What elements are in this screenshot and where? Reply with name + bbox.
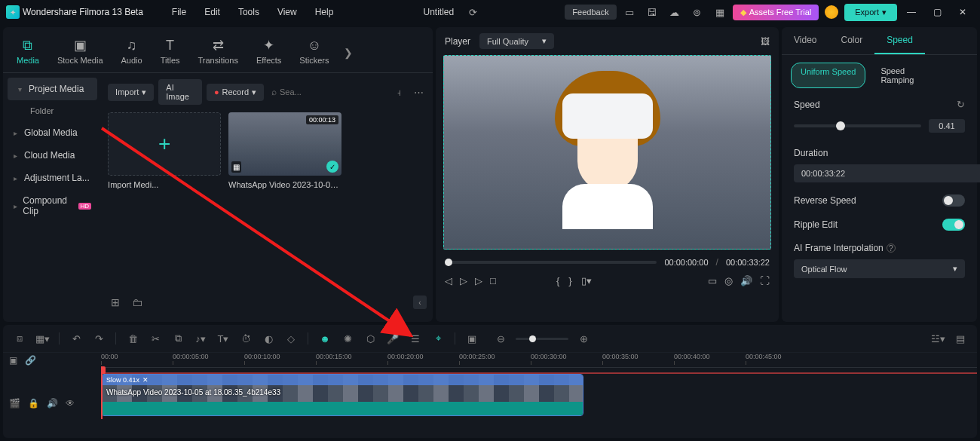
enhance-icon[interactable]: ✺: [338, 329, 357, 348]
visibility-icon[interactable]: 👁: [66, 398, 75, 409]
close-button[interactable]: ✕: [951, 2, 974, 22]
speed-value[interactable]: 0.41: [929, 119, 965, 133]
stop-icon[interactable]: □: [490, 275, 496, 286]
import-button[interactable]: Import▾: [108, 84, 154, 101]
export-button[interactable]: Export▾: [844, 4, 897, 21]
prev-frame-icon[interactable]: ◁: [445, 275, 452, 286]
sidebar-compound-clip[interactable]: ▸Compound ClipHD: [3, 189, 102, 222]
tab-color[interactable]: Color: [828, 27, 874, 54]
device-icon[interactable]: ▭: [620, 2, 639, 22]
text-icon[interactable]: T▾: [214, 329, 232, 348]
color-icon[interactable]: ◐: [259, 329, 277, 348]
menu-view[interactable]: View: [270, 4, 305, 20]
apps-icon[interactable]: ▦: [710, 2, 730, 22]
ai-icon[interactable]: ☻: [316, 329, 334, 348]
volume-icon[interactable]: 🔊: [740, 275, 752, 286]
preview-video[interactable]: [443, 55, 771, 250]
quality-select[interactable]: Full Quality▾: [479, 33, 554, 49]
speed-icon[interactable]: ⏱: [237, 329, 255, 348]
tab-media[interactable]: ⧉Media: [9, 33, 47, 72]
timeline-clip[interactable]: Slow 0.41x✕ WhatsApp Video 2023-10-05 at…: [101, 374, 583, 416]
sidebar-folder[interactable]: Folder: [3, 100, 102, 121]
ai-frame-select[interactable]: Optical Flow▾: [794, 259, 965, 278]
menu-edit[interactable]: Edit: [197, 4, 228, 20]
fullscreen-icon[interactable]: ⛶: [760, 275, 770, 286]
subtab-uniform-speed[interactable]: Uniform Speed: [791, 63, 865, 88]
headphones-icon[interactable]: ⊚: [688, 2, 707, 22]
zoom-out-icon[interactable]: ⊖: [492, 329, 510, 348]
mask-icon[interactable]: ⬡: [361, 329, 379, 348]
picture-icon[interactable]: 🖼: [761, 36, 770, 47]
timeline-ruler[interactable]: 00:00 00:00:05:00 00:00:10:00 00:00:15:0…: [101, 353, 977, 368]
play-alt-icon[interactable]: ▷: [460, 275, 467, 286]
playhead[interactable]: [101, 366, 103, 419]
tab-video[interactable]: Video: [782, 27, 828, 54]
layers-icon[interactable]: ⧈: [11, 329, 29, 348]
voice-icon[interactable]: 🎤: [384, 329, 402, 348]
track-menu-icon[interactable]: ▣: [9, 355, 17, 366]
tab-audio[interactable]: ♫Audio: [114, 33, 150, 72]
menu-tools[interactable]: Tools: [231, 4, 267, 20]
profile-icon[interactable]: [822, 2, 841, 22]
sync-icon[interactable]: ⟳: [463, 2, 482, 22]
scrub-bar[interactable]: [445, 261, 657, 264]
ai-image-button[interactable]: AI Image: [158, 79, 202, 105]
music-icon[interactable]: ♪▾: [191, 329, 210, 348]
ripple-toggle[interactable]: [942, 219, 965, 231]
assets-trial-button[interactable]: ◆Assets Free Trial: [733, 5, 819, 20]
duration-input[interactable]: 00:00:33:22: [794, 164, 980, 182]
record-button[interactable]: ●Record▾: [207, 84, 264, 101]
ratio-icon[interactable]: ▯▾: [581, 275, 592, 286]
sidebar-adjustment-layer[interactable]: ▸Adjustment La...: [3, 167, 102, 189]
video-track-icon[interactable]: 🎬: [9, 398, 20, 409]
new-folder-icon[interactable]: ⊞: [108, 293, 123, 311]
sidebar-global-media[interactable]: ▸Global Media: [3, 121, 102, 144]
sidebar-project-media[interactable]: ▾Project Media: [8, 78, 97, 100]
feedback-button[interactable]: Feedback: [565, 5, 616, 20]
redo-icon[interactable]: ↷: [90, 329, 108, 348]
mute-icon[interactable]: 🔊: [47, 398, 58, 409]
lock-icon[interactable]: 🔒: [28, 398, 39, 409]
tab-stickers[interactable]: ☺Stickers: [292, 33, 336, 72]
list-icon[interactable]: ☳▾: [929, 329, 947, 348]
tab-speed[interactable]: Speed: [874, 27, 925, 54]
media-clip-card[interactable]: 00:00:13 ▦ ✓ WhatsApp Video 2023-10-05..…: [228, 112, 341, 189]
mark-in-icon[interactable]: {: [556, 275, 559, 286]
snapshot-icon[interactable]: ◎: [724, 275, 733, 286]
maximize-button[interactable]: ▢: [926, 2, 948, 22]
reverse-toggle[interactable]: [942, 194, 965, 207]
more-icon[interactable]: ⋯: [412, 83, 427, 101]
collapse-button[interactable]: ‹: [413, 296, 427, 309]
tab-titles[interactable]: TTitles: [153, 33, 188, 72]
settings-icon[interactable]: ▤: [951, 329, 969, 348]
undo-icon[interactable]: ↶: [67, 329, 85, 348]
cloud-icon[interactable]: ☁: [665, 2, 684, 22]
menu-file[interactable]: File: [164, 4, 194, 20]
subtab-speed-ramping[interactable]: Speed Ramping: [871, 63, 932, 88]
tab-transitions[interactable]: ⇄Transitions: [191, 33, 246, 72]
search-box[interactable]: ⌕: [268, 84, 387, 100]
subtitle-icon[interactable]: ☰: [406, 329, 424, 348]
keyframe-icon[interactable]: ◇: [282, 329, 300, 348]
search-input[interactable]: [280, 87, 384, 96]
folder-icon[interactable]: 🗀: [129, 293, 145, 311]
zoom-in-icon[interactable]: ⊕: [574, 329, 593, 348]
reset-icon[interactable]: ↻: [957, 99, 965, 110]
marker-icon[interactable]: ▣: [463, 329, 481, 348]
grid-icon[interactable]: ▦▾: [33, 329, 51, 348]
import-media-card[interactable]: + Import Medi...: [108, 112, 221, 189]
sidebar-cloud-media[interactable]: ▸Cloud Media: [3, 144, 102, 167]
minimize-button[interactable]: —: [900, 2, 923, 22]
help-icon[interactable]: ?: [887, 243, 896, 253]
play-icon[interactable]: ▷: [475, 275, 482, 286]
link-icon[interactable]: 🔗: [25, 355, 36, 366]
tracking-icon[interactable]: ⌖: [429, 329, 447, 348]
split-icon[interactable]: ✂: [146, 329, 164, 348]
filter-icon[interactable]: ⫞: [391, 83, 406, 101]
tab-stock-media[interactable]: ▣Stock Media: [50, 33, 111, 72]
crop-icon[interactable]: ⧉: [169, 329, 187, 348]
tab-effects[interactable]: ✦Effects: [249, 33, 289, 72]
zoom-slider[interactable]: [516, 338, 568, 340]
menu-help[interactable]: Help: [308, 4, 341, 20]
display-icon[interactable]: ▭: [708, 275, 717, 286]
